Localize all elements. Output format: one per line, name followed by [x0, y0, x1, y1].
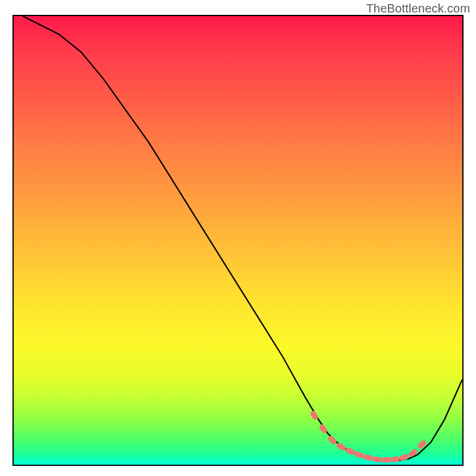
valley-marker: [363, 454, 374, 462]
plot-area: [12, 15, 464, 466]
chart-svg: [14, 16, 462, 465]
watermark-text: TheBottleneck.com: [366, 2, 470, 15]
valley-marker: [372, 456, 382, 463]
valley-marker: [381, 457, 391, 462]
valley-marker: [354, 451, 365, 459]
valley-marker: [345, 447, 355, 456]
bottleneck-curve-line: [23, 16, 462, 461]
valley-marker: [416, 439, 427, 450]
valley-marker: [390, 456, 400, 463]
chart-root: TheBottleneck.com: [0, 0, 476, 476]
marker-group: [309, 410, 427, 463]
valley-marker: [327, 435, 337, 446]
